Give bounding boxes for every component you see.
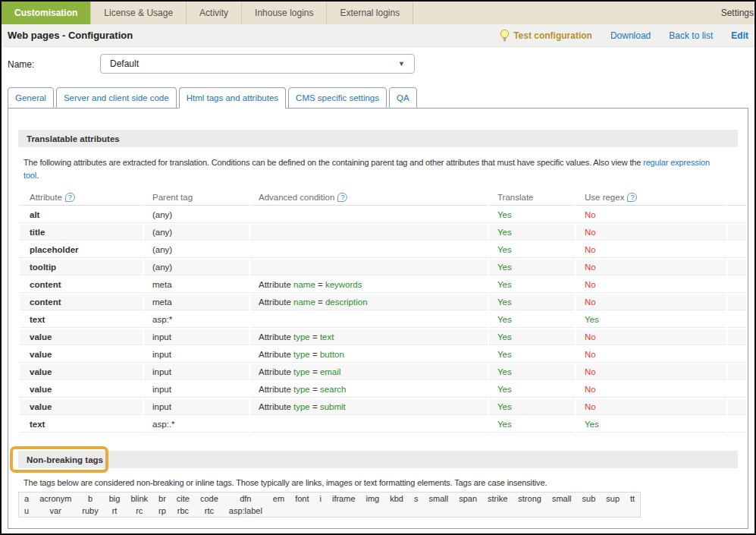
chevron-down-icon: ▼	[398, 60, 405, 68]
cell-parent-tag: asp:*	[144, 312, 249, 328]
tag-cell: small	[423, 493, 453, 505]
back-to-list-link[interactable]: Back to list	[669, 30, 713, 41]
tag-cell: s	[409, 493, 424, 505]
cell-advanced-condition: Attribute type = text	[250, 329, 488, 345]
page: Customisation License & Usage Activity I…	[0, 0, 756, 535]
name-label: Name:	[8, 59, 34, 70]
cell-attribute: content	[20, 294, 143, 310]
cell-advanced-condition	[250, 207, 488, 223]
sub-tab-cms-settings[interactable]: CMS specific settings	[288, 87, 387, 109]
cell-translate: Yes	[489, 347, 575, 363]
tag-cell: sub	[577, 493, 601, 505]
cell-empty	[728, 225, 746, 241]
tag-cell: strong	[513, 493, 547, 505]
cell-empty	[728, 207, 746, 223]
tag-cell: kbd	[384, 493, 409, 505]
tag-cell: em	[268, 493, 290, 505]
tag-row: aacronymbbigblinkbrcitecodedfnemfontiifr…	[19, 493, 641, 505]
cell-use-regex: Yes	[576, 417, 726, 433]
cell-parent-tag: input	[144, 399, 249, 415]
tag-cell: acronym	[34, 493, 77, 505]
cell-use-regex: No	[576, 382, 726, 398]
attribute-row: valueinputAttribute type = emailYesNo	[20, 364, 746, 380]
cell-parent-tag: (any)	[144, 260, 249, 275]
attribute-row: alt(any)YesNo	[20, 207, 746, 223]
tag-cell: b	[77, 493, 103, 505]
cell-translate: Yes	[489, 382, 575, 398]
tag-cell: rbc	[171, 505, 195, 518]
tag-cell: rc	[125, 505, 153, 518]
sub-tab-server-client-code[interactable]: Server and client side code	[56, 87, 177, 109]
attribute-row: valueinputAttribute type = searchYesNo	[20, 382, 746, 398]
attribute-row: contentmetaAttribute name = keywordsYesN…	[20, 277, 746, 293]
tag-cell: tt	[625, 493, 641, 505]
cell-advanced-condition: Attribute type = button	[250, 347, 488, 363]
cell-advanced-condition	[250, 225, 488, 241]
sub-tab-general[interactable]: General	[8, 87, 54, 109]
table-header-row: Attribute? Parent tag Advanced condition…	[20, 190, 746, 206]
cell-advanced-condition: Attribute type = email	[250, 364, 488, 380]
sub-tab-html-tags-attributes[interactable]: Html tags and attributes	[179, 87, 286, 109]
cell-attribute: value	[20, 329, 143, 345]
tag-cell: i	[314, 493, 326, 505]
cell-attribute: text	[20, 312, 143, 328]
tag-cell: u	[19, 505, 35, 518]
sub-tab-qa[interactable]: QA	[389, 87, 417, 109]
column-header-use-regex: Use regex?	[576, 190, 726, 206]
top-tab-bar: Customisation License & Usage Activity I…	[2, 2, 754, 24]
cell-parent-tag: asp:.*	[144, 417, 249, 433]
top-tab-customisation[interactable]: Customisation	[2, 2, 90, 24]
help-icon[interactable]: ?	[627, 193, 637, 202]
cell-use-regex: No	[576, 347, 726, 363]
top-tab-external-logins[interactable]: External logins	[327, 2, 413, 24]
tag-cell: a	[19, 493, 35, 505]
attribute-row: tooltip(any)YesNo	[20, 260, 746, 275]
attribute-row: contentmetaAttribute name = descriptionY…	[20, 294, 746, 310]
cell-use-regex: No	[576, 329, 726, 345]
cell-use-regex: No	[576, 277, 726, 293]
attribute-row: valueinputAttribute type = buttonYesNo	[20, 347, 746, 363]
cell-parent-tag: input	[144, 347, 249, 363]
non-breaking-tags-table: aacronymbbigblinkbrcitecodedfnemfontiifr…	[18, 492, 641, 518]
tag-cell: iframe	[327, 493, 361, 505]
top-tab-activity[interactable]: Activity	[187, 2, 242, 24]
cell-parent-tag: (any)	[144, 225, 249, 241]
tag-cell: blink	[125, 493, 153, 505]
top-tab-inhouse-logins[interactable]: Inhouse logins	[242, 2, 327, 24]
cell-empty	[728, 347, 746, 363]
cell-attribute: content	[20, 277, 143, 293]
attribute-row: textasp:.*YesYes	[20, 417, 746, 433]
tag-cell: asp:label	[224, 505, 268, 518]
tag-cell-empty	[268, 505, 641, 518]
top-tab-license-usage[interactable]: License & Usage	[90, 2, 187, 24]
cell-empty	[728, 242, 746, 258]
cell-advanced-condition: Attribute name = description	[250, 294, 488, 310]
tab-content-panel: Translatable attributes The following at…	[8, 108, 748, 529]
settings-link[interactable]: Settings	[721, 2, 754, 24]
tag-cell: img	[361, 493, 385, 505]
cell-attribute: title	[20, 225, 143, 241]
cell-parent-tag: meta	[144, 277, 249, 293]
download-link[interactable]: Download	[610, 30, 651, 41]
translatable-attributes-header: Translatable attributes	[18, 130, 738, 147]
name-dropdown-value: Default	[110, 58, 139, 69]
cell-translate: Yes	[489, 364, 575, 380]
cell-advanced-condition: Attribute name = keywords	[250, 277, 488, 293]
cell-attribute: text	[20, 417, 143, 433]
non-breaking-tags-header: Non-breaking tags	[18, 451, 738, 468]
cell-use-regex: Yes	[576, 312, 726, 328]
cell-parent-tag: input	[144, 382, 249, 398]
cell-advanced-condition	[250, 312, 488, 328]
attribute-row: title(any)YesNo	[20, 225, 746, 241]
attribute-row: placeholder(any)YesNo	[20, 242, 746, 258]
tag-cell: code	[195, 493, 224, 505]
test-configuration-link[interactable]: Test configuration	[500, 29, 592, 42]
cell-attribute: placeholder	[20, 242, 143, 258]
edit-link[interactable]: Edit	[731, 30, 748, 41]
name-dropdown[interactable]: Default ▼	[100, 54, 415, 74]
help-icon[interactable]: ?	[337, 193, 347, 202]
cell-advanced-condition	[250, 242, 488, 258]
tag-cell: span	[453, 493, 482, 505]
help-icon[interactable]: ?	[65, 193, 75, 202]
cell-attribute: alt	[20, 207, 143, 223]
